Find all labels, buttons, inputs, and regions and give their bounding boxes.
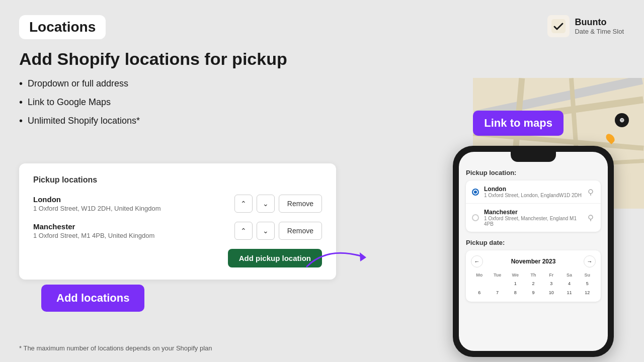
phone-option-addr-london: 1 Oxford Street, London, EnglandW1D 2DH	[484, 193, 582, 198]
calendar-header: ← November 2023 →	[471, 255, 596, 267]
cal-cell-w1-2[interactable]: 1	[507, 280, 524, 288]
move-up-manchester[interactable]: ⌃	[234, 222, 253, 240]
pickup-card: Pickup locations London 1 Oxford Street,…	[19, 163, 336, 280]
remove-manchester[interactable]: Remove	[279, 222, 322, 240]
radio-london	[472, 189, 479, 196]
calendar-month: November 2023	[511, 258, 556, 265]
pickup-card-title: Pickup locations	[33, 175, 322, 185]
cal-cell-w2-3[interactable]: 9	[525, 289, 542, 297]
logo-text: Buunto Date & Time Slot	[575, 17, 624, 35]
feature-list: Dropdown or full address Link to Google …	[19, 78, 140, 127]
map-link-icon-london	[587, 188, 595, 196]
link-to-maps-label: Link to maps	[473, 111, 564, 136]
svg-marker-1	[360, 252, 366, 261]
cal-day-we: We	[507, 272, 524, 279]
cal-day-sa: Sa	[561, 272, 578, 279]
add-pickup-button[interactable]: Add pickup location	[228, 249, 322, 267]
phone-option-info-manchester: Manchester 1 Oxford Street, Manchester, …	[484, 209, 582, 227]
footnote: * The maximum number of locations depend…	[19, 344, 212, 352]
logo-name: Buunto	[575, 17, 624, 28]
location-info-london: London 1 Oxford Street, W1D 2DH, United …	[33, 195, 161, 212]
phone-option-addr-manchester: 1 Oxford Street, Manchester, England M1 …	[484, 216, 582, 227]
cal-day-fr: Fr	[543, 272, 560, 279]
add-locations-button[interactable]: Add locations	[41, 285, 144, 312]
cal-day-mo: Mo	[471, 272, 488, 279]
move-down-london[interactable]: ⌄	[257, 195, 275, 213]
move-down-manchester[interactable]: ⌄	[257, 222, 275, 240]
cal-day-th: Th	[525, 272, 542, 279]
location-info-manchester: Manchester 1 Oxford Street, M1 4PB, Unit…	[33, 222, 154, 239]
calendar-grid: Mo Tue We Th Fr Sa Su 1 2 3 4 5 6 7	[471, 272, 596, 297]
logo-subtitle: Date & Time Slot	[575, 28, 624, 35]
location-row-london: London 1 Oxford Street, W1D 2DH, United …	[33, 195, 322, 213]
phone-notch	[511, 152, 556, 162]
location-name-london: London	[33, 195, 161, 204]
location-controls-london: ⌃ ⌄ Remove	[234, 195, 322, 213]
cal-cell-w2-5[interactable]: 11	[561, 289, 578, 297]
phone-option-info-london: London 1 Oxford Street, London, EnglandW…	[484, 186, 582, 198]
location-addr-manchester: 1 Oxford Street, M1 4PB, United Kingdom	[33, 232, 154, 239]
feature-item-1: Dropdown or full address	[19, 78, 140, 89]
feature-item-2: Link to Google Maps	[19, 97, 140, 108]
cal-cell-w1-1[interactable]	[489, 280, 506, 288]
remove-london[interactable]: Remove	[279, 195, 322, 213]
cal-cell-w2-6[interactable]: 12	[579, 289, 596, 297]
pickup-date-label: Pickup date:	[466, 239, 601, 246]
cal-cell-w1-6[interactable]: 5	[579, 280, 596, 288]
phone-option-london[interactable]: London 1 Oxford Street, London, EnglandW…	[466, 180, 601, 204]
phone-option-name-manchester: Manchester	[484, 209, 582, 216]
cal-cell-w1-4[interactable]: 3	[543, 280, 560, 288]
cal-cell-w1-0[interactable]	[471, 280, 488, 288]
svg-rect-0	[551, 19, 566, 33]
phone-option-manchester[interactable]: Manchester 1 Oxford Street, Manchester, …	[466, 204, 601, 232]
cal-prev-button[interactable]: ←	[471, 255, 483, 267]
cal-cell-w1-5[interactable]: 4	[561, 280, 578, 288]
svg-point-3	[589, 215, 593, 219]
location-name-manchester: Manchester	[33, 222, 154, 231]
cal-next-button[interactable]: →	[584, 255, 596, 267]
cal-cell-w2-0[interactable]: 6	[471, 289, 488, 297]
feature-item-3: Unlimited Shopify locations*	[19, 115, 140, 127]
phone-option-name-london: London	[484, 186, 582, 193]
cal-day-su: Su	[579, 272, 596, 279]
svg-point-2	[589, 190, 593, 194]
phone-screen: Pickup location: London 1 Oxford Street,…	[459, 152, 608, 351]
locations-badge: Locations	[19, 15, 106, 39]
cal-cell-w2-2[interactable]: 8	[507, 289, 524, 297]
main-heading: Add Shopify locations for pickup	[19, 49, 287, 69]
phone-content: Pickup location: London 1 Oxford Street,…	[459, 162, 608, 307]
cal-cell-w2-1[interactable]: 7	[489, 289, 506, 297]
calendar-section: ← November 2023 → Mo Tue We Th Fr Sa Su …	[466, 250, 601, 302]
location-addr-london: 1 Oxford Street, W1D 2DH, United Kingdom	[33, 205, 161, 212]
pickup-location-label: Pickup location:	[466, 169, 601, 176]
pickup-options: London 1 Oxford Street, London, EnglandW…	[466, 180, 601, 232]
location-row-manchester: Manchester 1 Oxford Street, M1 4PB, Unit…	[33, 222, 322, 240]
logo-area: Buunto Date & Time Slot	[547, 15, 624, 37]
cal-cell-w2-4[interactable]: 10	[543, 289, 560, 297]
logo-icon	[547, 15, 570, 37]
radio-manchester	[472, 214, 479, 221]
move-up-london[interactable]: ⌃	[234, 195, 253, 213]
cal-cell-w1-3[interactable]: 2	[525, 280, 542, 288]
location-controls-manchester: ⌃ ⌄ Remove	[234, 222, 322, 240]
cal-day-tue: Tue	[489, 272, 506, 279]
phone-mockup: Pickup location: London 1 Oxford Street,…	[453, 146, 614, 357]
badge-label: Locations	[29, 19, 96, 35]
map-link-icon-manchester	[587, 214, 595, 222]
map-badge: ⊕	[615, 113, 629, 127]
